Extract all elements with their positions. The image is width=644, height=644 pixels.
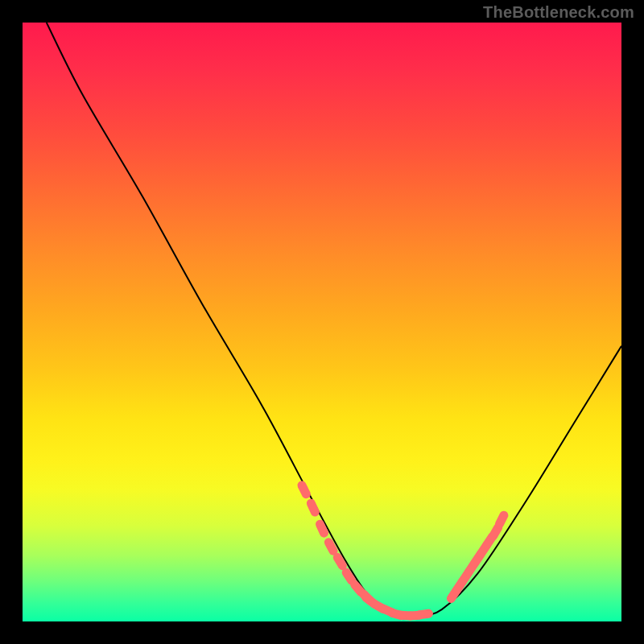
highlight-dot <box>500 515 504 524</box>
watermark-text: TheBottleneck.com <box>483 3 634 22</box>
bottleneck-curve <box>47 23 621 617</box>
highlight-dot <box>346 572 352 580</box>
curve-group <box>47 23 621 617</box>
chart-frame: TheBottleneck.com <box>0 0 644 644</box>
right-highlight-dots <box>451 515 504 598</box>
chart-svg <box>23 23 621 621</box>
highlight-dot <box>302 485 306 494</box>
left-highlight-dots <box>302 485 428 616</box>
highlight-dot <box>355 585 361 592</box>
highlight-dot <box>320 524 324 533</box>
highlight-dot <box>311 503 315 512</box>
highlight-dot <box>493 527 498 535</box>
highlight-dot <box>419 613 429 615</box>
plot-area <box>23 23 621 621</box>
highlight-dot <box>337 557 342 565</box>
highlight-dot <box>328 543 333 551</box>
